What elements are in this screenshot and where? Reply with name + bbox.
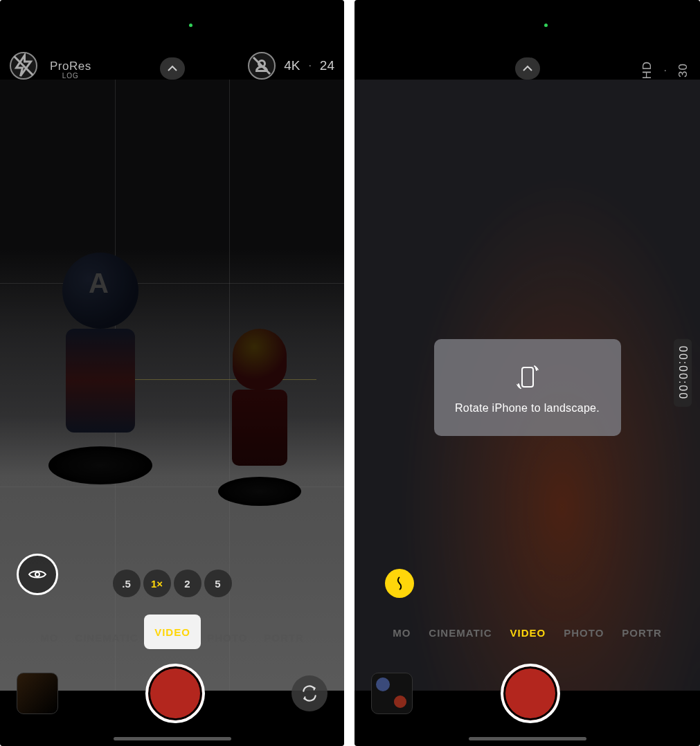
mode-portrait[interactable]: PORTR [264, 632, 304, 644]
svg-rect-4 [522, 367, 533, 387]
rotate-prompt-text: Rotate iPhone to landscape. [455, 402, 600, 415]
mode-video-highlighted[interactable]: VIDEO [144, 615, 201, 649]
record-button[interactable] [145, 664, 205, 723]
camera-screen-rotate-prompt: HD · 30 Rotate iPhone to landscape. 00:0… [355, 0, 700, 746]
mode-slomo[interactable]: MO [393, 627, 411, 639]
mode-photo[interactable]: PHOTO [207, 632, 247, 644]
mode-cinematic[interactable]: CINEMATIC [75, 632, 138, 644]
record-button[interactable] [501, 664, 560, 723]
mode-photo[interactable]: PHOTO [564, 627, 604, 639]
mode-selector[interactable]: MO CINEMATIC VIDEO PHOTO PORTR [355, 627, 700, 639]
fps-toggle[interactable]: 24 [320, 58, 334, 73]
camera-flip-icon[interactable] [291, 675, 327, 711]
resolution-toggle[interactable]: HD [640, 61, 654, 80]
prores-toggle[interactable]: ProRes LOG [50, 60, 91, 80]
zoom-level[interactable]: 2 [174, 570, 201, 597]
flash-off-icon[interactable] [10, 52, 37, 80]
mode-portrait[interactable]: PORTR [622, 627, 662, 639]
motion-off-icon[interactable] [248, 52, 276, 80]
zoom-level-selected[interactable]: 1× [143, 570, 171, 597]
mode-video[interactable]: VIDEO [510, 627, 546, 639]
mode-cinematic[interactable]: CINEMATIC [429, 627, 492, 639]
mode-slomo[interactable]: MO [40, 632, 58, 644]
home-indicator[interactable] [114, 737, 231, 740]
resolution-toggle[interactable]: 4K [284, 58, 300, 73]
bottom-controls [355, 659, 700, 728]
spatial-video-active-icon[interactable] [385, 569, 414, 598]
last-capture-thumbnail[interactable] [371, 673, 413, 714]
home-indicator[interactable] [469, 737, 586, 740]
top-controls: HD · 30 [355, 0, 700, 92]
subject-figure [208, 329, 312, 557]
chevron-up-icon[interactable] [160, 57, 185, 80]
subject-figure: A [35, 253, 166, 557]
zoom-level[interactable]: .5 [113, 570, 141, 597]
rotate-prompt-popup: Rotate iPhone to landscape. [434, 339, 621, 436]
spatial-video-icon[interactable] [17, 554, 58, 595]
bottom-controls [0, 659, 344, 728]
top-controls: ProRes LOG 4K · 24 [0, 0, 344, 92]
viewfinder[interactable]: A [0, 80, 344, 691]
recording-timer: 00:00:00 [674, 339, 692, 407]
fps-toggle[interactable]: 30 [676, 63, 690, 78]
zoom-level[interactable]: 5 [204, 570, 232, 597]
chevron-up-icon[interactable] [515, 57, 540, 80]
camera-screen-video-mode: ProRes LOG 4K · 24 A [0, 0, 344, 746]
last-capture-thumbnail[interactable] [17, 673, 58, 714]
svg-point-3 [35, 572, 39, 576]
rotate-phone-icon [514, 361, 541, 394]
